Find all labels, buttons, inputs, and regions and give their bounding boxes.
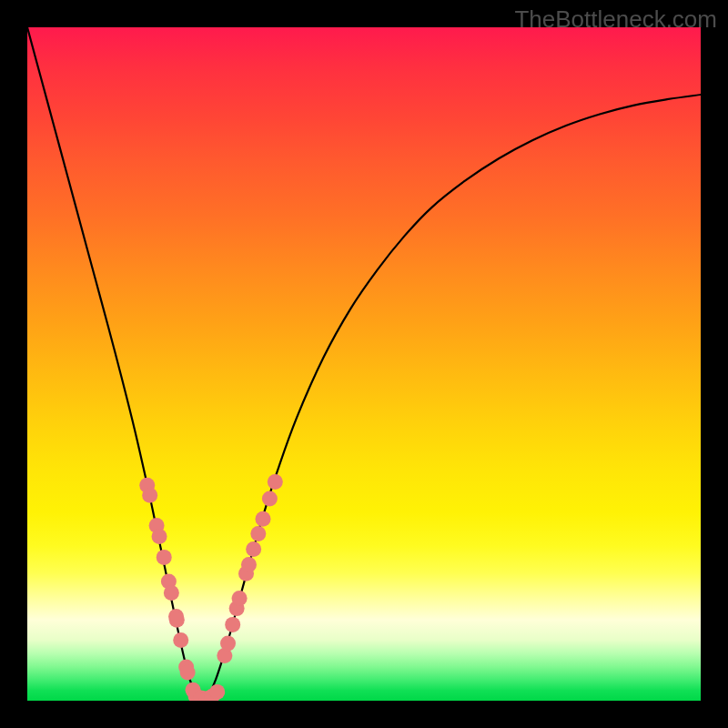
data-point [246,541,261,557]
data-point [164,585,179,601]
plot-area [27,27,701,701]
data-point [157,550,172,565]
data-point [169,612,185,628]
data-point [142,488,157,503]
data-point [256,511,271,527]
data-point [152,529,167,544]
data-point [262,491,278,507]
data-point [250,526,266,541]
data-point [180,664,196,680]
dots-group [139,474,283,701]
highlight-dots [27,27,701,701]
data-point [268,474,283,490]
data-point [220,636,236,652]
data-point [232,591,248,606]
data-point [241,557,257,572]
data-point [209,684,225,700]
chart-stage: TheBottleneck.com [0,0,728,728]
data-point [173,632,188,648]
data-point [225,617,240,632]
